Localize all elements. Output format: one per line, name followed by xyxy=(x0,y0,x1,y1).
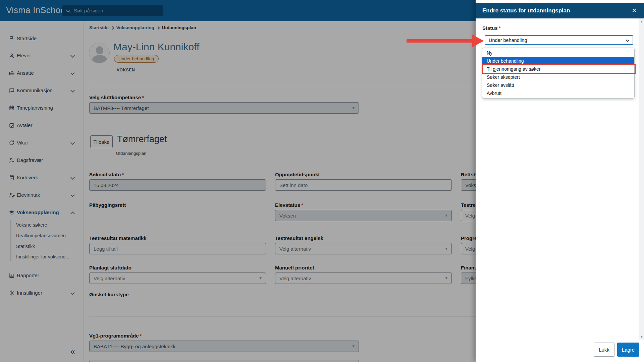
status-option-til-gjennomgang[interactable]: Til gjennomgang av søker xyxy=(482,65,634,73)
scroll-down-icon[interactable]: ▼ xyxy=(640,335,644,339)
close-icon[interactable]: × xyxy=(629,5,639,15)
save-button[interactable]: Lagre xyxy=(617,343,639,357)
chevron-down-icon xyxy=(626,38,629,42)
panel-header: Endre status for utdanningsplan × xyxy=(476,3,644,18)
close-button[interactable]: Lukk xyxy=(594,343,614,357)
panel-title: Endre status for utdanningsplan xyxy=(482,7,570,14)
panel-scrollbar[interactable]: ▲ ▼ xyxy=(639,18,644,340)
status-options-popup: Ny Under behandling Til gjennomgang av s… xyxy=(482,48,635,99)
arrow-annotation-shaft xyxy=(407,39,473,43)
status-option-soker-avslatt[interactable]: Søker avslått xyxy=(482,81,634,89)
status-field-label: Status* xyxy=(482,25,501,31)
status-option-under-behandling[interactable]: Under behandling xyxy=(482,57,634,65)
status-select[interactable]: Under behandling xyxy=(485,35,633,45)
app-root: Visma InSchool Startside Elever Ansatte … xyxy=(0,0,644,362)
panel-footer-divider xyxy=(476,340,644,340)
arrow-annotation-head xyxy=(472,35,484,47)
status-select-value: Under behandling xyxy=(489,38,527,43)
status-panel: Endre status for utdanningsplan × Status… xyxy=(476,0,644,362)
status-option-soker-akseptert[interactable]: Søker akseptert xyxy=(482,73,634,81)
status-option-avbrutt[interactable]: Avbrutt xyxy=(482,89,634,97)
status-option-ny[interactable]: Ny xyxy=(482,49,634,57)
modal-backdrop xyxy=(0,0,476,362)
scroll-up-icon[interactable]: ▲ xyxy=(640,20,644,23)
required-marker: * xyxy=(499,25,501,31)
